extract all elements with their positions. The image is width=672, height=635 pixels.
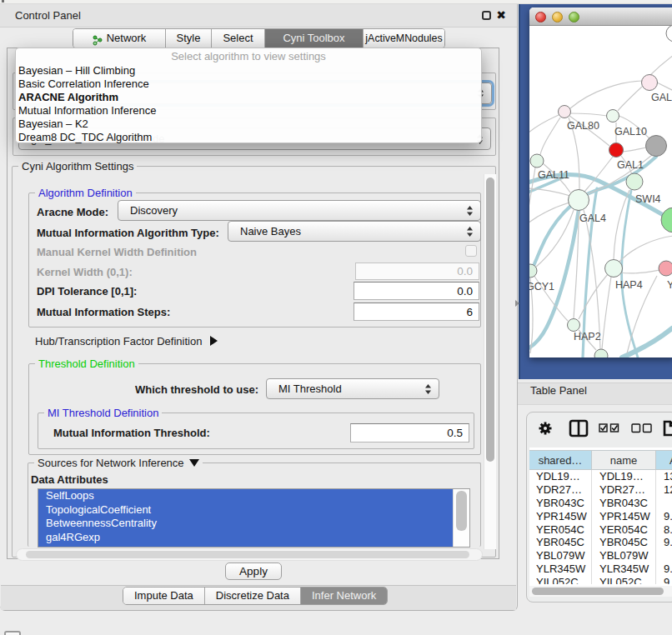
table-horizontal-scrollbar[interactable] [529, 586, 672, 597]
node-swi4[interactable] [626, 173, 643, 190]
node-gal11[interactable] [530, 154, 544, 168]
table-panel: shared… name A YDL19…YDL19…13 YDR27…YDR2… [526, 412, 672, 602]
split-pane-handle[interactable] [515, 300, 519, 307]
mi-steps-field[interactable]: 6 [354, 302, 479, 321]
tab-impute-data[interactable]: Impute Data [123, 588, 205, 604]
screen: Control Panel ✖ Network Style Select [0, 0, 672, 635]
list-scrollbar-thumb[interactable] [456, 491, 467, 531]
close-icon[interactable]: ✖ [494, 8, 508, 22]
table-row[interactable]: YIL052CYIL052C9 [529, 576, 672, 584]
tab-infer-network[interactable]: Infer Network [301, 588, 387, 604]
expand-right-icon [210, 336, 218, 346]
tab-select[interactable]: Select [212, 29, 265, 48]
table-row[interactable]: YDL19…YDL19…13 [529, 470, 672, 483]
node-label: GAL80 [567, 120, 599, 132]
column-header-shared-name[interactable]: shared… [529, 450, 592, 470]
algorithm-definition-title: Algorithm Definition [35, 187, 136, 199]
table-panel-title: Table Panel [530, 383, 587, 398]
collapse-down-icon [189, 459, 199, 467]
combo-arrows-icon [466, 206, 474, 216]
mi-type-label: Mutual Information Algorithm Type: [37, 227, 219, 239]
minimize-traffic-light[interactable] [552, 12, 563, 22]
node-gal10[interactable] [607, 110, 619, 122]
table-row[interactable]: YER054CYER054C8. [529, 523, 672, 537]
dpi-tolerance-field[interactable]: 0.0 [354, 282, 479, 300]
tab-network[interactable]: Network [73, 29, 166, 48]
node-gal1[interactable] [609, 143, 624, 158]
table-row[interactable]: YPR145WYPR145W9. [529, 510, 672, 523]
tab-style[interactable]: Style [166, 29, 212, 48]
popup-item[interactable]: Dream8 DC_TDC Algorithm [18, 131, 152, 144]
node-gal80[interactable] [559, 106, 571, 118]
settings-scrollbar-thumb[interactable] [486, 178, 494, 462]
node-salmon[interactable] [659, 261, 672, 276]
column-header-partial[interactable]: A [656, 450, 672, 470]
tab-cyni-toolbox[interactable]: Cyni Toolbox [265, 29, 364, 48]
zoom-traffic-light[interactable] [569, 12, 579, 22]
document-icon[interactable] [664, 422, 672, 435]
node-gray[interactable] [646, 136, 667, 157]
column-header-name[interactable]: name [592, 450, 656, 470]
hub-definition-label[interactable]: Hub/Transcription Factor Definition [35, 335, 218, 348]
tab-discretize-data[interactable]: Discretize Data [205, 588, 301, 604]
popup-item[interactable]: Basic Correlation Inference [18, 78, 149, 91]
list-vertical-scrollbar[interactable] [453, 489, 469, 547]
popup-item[interactable]: Bayesian – K2 [18, 118, 88, 131]
list-item[interactable]: BetweennessCentrality [38, 517, 454, 531]
combo-arrows-icon [466, 227, 474, 237]
cyni-algorithm-settings-title: Cyni Algorithm Settings [18, 160, 137, 172]
settings-vertical-scrollbar[interactable] [484, 174, 496, 549]
node-gal4[interactable] [569, 190, 589, 211]
mi-threshold-field[interactable]: 0.5 [350, 423, 469, 442]
node-green[interactable] [661, 208, 672, 232]
table-row[interactable]: YBL079WYBL079W [529, 549, 672, 562]
node-bottom[interactable] [594, 349, 608, 358]
control-panel-tabbar: Network Style Select Cyni Toolbox jActiv… [73, 28, 445, 48]
table-row[interactable]: YBR043CYBR043C [529, 497, 672, 510]
table-row[interactable]: YBR045CYBR045C9. [529, 536, 672, 549]
node-label: Y [667, 279, 672, 291]
which-threshold-value: MI Threshold [278, 379, 419, 398]
data-attributes-list[interactable]: SelfLoops TopologicalCoefficient Between… [38, 488, 470, 548]
split-columns-icon[interactable] [570, 421, 587, 436]
list-item[interactable]: SelfLoops [38, 489, 454, 503]
aracne-mode-label: Aracne Mode: [37, 206, 108, 218]
threshold-definition-title: Threshold Definition [35, 358, 138, 370]
which-threshold-combobox[interactable]: MI Threshold [266, 378, 439, 399]
table-hscrollbar-thumb[interactable] [532, 588, 664, 595]
table-rows: YDL19…YDL19…13 YDR27…YDR27…12 YBR043CYBR… [529, 470, 672, 584]
kernel-width-label: Kernel Width (0,1): [37, 266, 133, 278]
manual-kernel-checkbox[interactable] [465, 245, 477, 257]
node-gal7[interactable] [642, 75, 658, 91]
table-row[interactable]: YDR27…YDR27…12 [529, 483, 672, 497]
data-attributes-label: Data Attributes [31, 473, 108, 486]
float-window-icon[interactable] [482, 11, 491, 20]
tab-jactivemnodules[interactable]: jActiveMNodules [364, 29, 444, 48]
mi-type-combobox[interactable]: Naive Bayes [228, 221, 481, 242]
apply-button[interactable]: Apply [225, 562, 282, 580]
bottom-left-partial-icon[interactable] [4, 631, 21, 635]
aracne-mode-combobox[interactable]: Discovery [118, 200, 481, 221]
gear-icon[interactable] [539, 422, 552, 435]
unchecked-checkboxes-icon[interactable] [632, 424, 651, 432]
table-row[interactable]: YLR345WYLR345W9. [529, 562, 672, 576]
checked-checkboxes-icon[interactable] [599, 424, 619, 432]
aracne-mode-value: Discovery [130, 201, 460, 220]
network-window-titlebar [529, 8, 672, 26]
kernel-width-field[interactable]: 0.0 [355, 262, 479, 280]
list-item[interactable]: TopologicalCoefficient [38, 503, 454, 518]
node-hap4[interactable] [605, 260, 623, 278]
list-item[interactable]: gal4RGexp [38, 531, 454, 545]
node[interactable] [666, 26, 672, 42]
settings-hscrollbar-thumb[interactable] [26, 551, 469, 558]
popup-item[interactable]: Bayesian – Hill Climbing [18, 64, 135, 78]
node-gcy1[interactable] [529, 264, 537, 278]
sources-title-wrap[interactable]: Sources for Network Inference [34, 457, 203, 469]
close-traffic-light[interactable] [535, 12, 546, 22]
popup-item-selected[interactable]: ARACNE Algorithm [18, 91, 118, 104]
settings-horizontal-scrollbar[interactable] [16, 548, 483, 561]
popup-item[interactable]: Mutual Information Inference [18, 104, 156, 118]
node-label: GAL1 [617, 159, 644, 171]
node-hap2[interactable] [568, 319, 580, 332]
network-canvas[interactable]: GAL GAL80 GAL10 GAL1 GAL11 SWI4 GAL4 GCY… [529, 26, 672, 358]
